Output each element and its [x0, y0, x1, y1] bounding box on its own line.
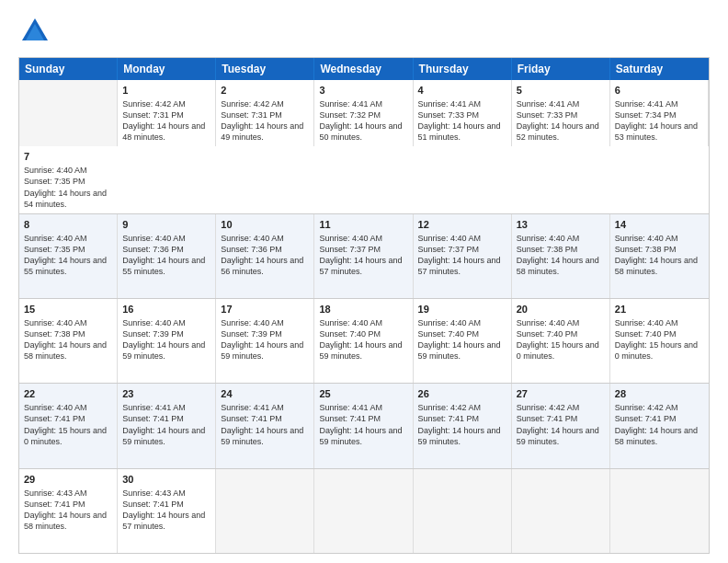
cell-info: Sunrise: 4:43 AMSunset: 7:41 PMDaylight:…: [122, 488, 210, 533]
day-number: 2: [221, 84, 309, 98]
day-cell-17: 17Sunrise: 4:40 AMSunset: 7:39 PMDayligh…: [216, 299, 314, 383]
day-cell-25: 25Sunrise: 4:41 AMSunset: 7:41 PMDayligh…: [314, 384, 413, 467]
day-cell-7: 7Sunrise: 4:40 AMSunset: 7:35 PMDaylight…: [19, 146, 118, 213]
cell-info: Sunrise: 4:40 AMSunset: 7:38 PMDaylight:…: [517, 233, 605, 278]
day-number: 19: [418, 303, 506, 316]
cell-info: Sunrise: 4:42 AMSunset: 7:41 PMDaylight:…: [615, 402, 704, 447]
cell-info: Sunrise: 4:40 AMSunset: 7:40 PMDaylight:…: [615, 317, 704, 362]
cell-info: Sunrise: 4:40 AMSunset: 7:37 PMDaylight:…: [319, 233, 407, 278]
day-number: 16: [122, 303, 210, 316]
day-cell-4: 4Sunrise: 4:41 AMSunset: 7:33 PMDaylight…: [414, 80, 512, 146]
day-cell-27: 27Sunrise: 4:42 AMSunset: 7:41 PMDayligh…: [512, 384, 610, 467]
day-number: 14: [615, 218, 704, 232]
day-cell-12: 12Sunrise: 4:40 AMSunset: 7:37 PMDayligh…: [414, 214, 512, 298]
header-day-saturday: Saturday: [610, 58, 709, 80]
day-cell-10: 10Sunrise: 4:40 AMSunset: 7:36 PMDayligh…: [216, 214, 314, 298]
day-cell-9: 9Sunrise: 4:40 AMSunset: 7:36 PMDaylight…: [118, 214, 216, 298]
day-cell-15: 15Sunrise: 4:40 AMSunset: 7:38 PMDayligh…: [19, 299, 118, 383]
cell-info: Sunrise: 4:43 AMSunset: 7:41 PMDaylight:…: [24, 488, 112, 533]
day-cell-29: 29Sunrise: 4:43 AMSunset: 7:41 PMDayligh…: [19, 469, 118, 553]
cell-info: Sunrise: 4:41 AMSunset: 7:41 PMDaylight:…: [319, 402, 407, 447]
day-number: 27: [517, 387, 605, 401]
day-number: 21: [615, 303, 704, 316]
calendar-row-1: 1Sunrise: 4:42 AMSunset: 7:31 PMDaylight…: [19, 80, 709, 213]
day-number: 3: [319, 84, 407, 98]
day-number: 18: [319, 303, 407, 316]
empty-cell-0-0: [19, 80, 118, 146]
header-day-tuesday: Tuesday: [216, 58, 314, 80]
calendar: SundayMondayTuesdayWednesdayThursdayFrid…: [18, 57, 710, 554]
day-number: 11: [319, 218, 407, 232]
day-cell-16: 16Sunrise: 4:40 AMSunset: 7:39 PMDayligh…: [118, 299, 216, 383]
empty-cell-4-2: [216, 469, 314, 553]
calendar-row-5: 29Sunrise: 4:43 AMSunset: 7:41 PMDayligh…: [19, 468, 709, 553]
day-number: 10: [221, 218, 309, 232]
empty-cell-4-4: [414, 469, 512, 553]
cell-info: Sunrise: 4:41 AMSunset: 7:34 PMDaylight:…: [615, 98, 703, 144]
header-day-friday: Friday: [512, 58, 610, 80]
empty-cell-4-3: [314, 469, 413, 553]
cell-info: Sunrise: 4:42 AMSunset: 7:41 PMDaylight:…: [418, 402, 506, 447]
day-number: 4: [418, 84, 506, 98]
cell-info: Sunrise: 4:40 AMSunset: 7:36 PMDaylight:…: [221, 233, 309, 278]
cell-info: Sunrise: 4:42 AMSunset: 7:41 PMDaylight:…: [517, 402, 605, 447]
cell-info: Sunrise: 4:41 AMSunset: 7:41 PMDaylight:…: [122, 402, 210, 447]
day-cell-30: 30Sunrise: 4:43 AMSunset: 7:41 PMDayligh…: [118, 469, 216, 553]
day-number: 8: [24, 218, 112, 232]
cell-info: Sunrise: 4:41 AMSunset: 7:41 PMDaylight:…: [221, 402, 309, 447]
cell-info: Sunrise: 4:41 AMSunset: 7:33 PMDaylight:…: [418, 98, 506, 144]
cell-info: Sunrise: 4:42 AMSunset: 7:31 PMDaylight:…: [221, 98, 309, 144]
day-cell-20: 20Sunrise: 4:40 AMSunset: 7:40 PMDayligh…: [512, 299, 610, 383]
day-number: 28: [615, 387, 704, 401]
header-day-thursday: Thursday: [414, 58, 512, 80]
day-cell-1: 1Sunrise: 4:42 AMSunset: 7:31 PMDaylight…: [118, 80, 216, 146]
empty-cell-4-6: [610, 469, 709, 553]
day-number: 5: [517, 84, 605, 98]
calendar-row-4: 22Sunrise: 4:40 AMSunset: 7:41 PMDayligh…: [19, 383, 709, 467]
day-cell-11: 11Sunrise: 4:40 AMSunset: 7:37 PMDayligh…: [314, 214, 413, 298]
day-number: 24: [221, 387, 309, 401]
calendar-row-2: 8Sunrise: 4:40 AMSunset: 7:35 PMDaylight…: [19, 213, 709, 298]
day-cell-8: 8Sunrise: 4:40 AMSunset: 7:35 PMDaylight…: [19, 214, 118, 298]
day-number: 7: [24, 150, 113, 164]
cell-info: Sunrise: 4:40 AMSunset: 7:38 PMDaylight:…: [615, 233, 704, 278]
day-number: 9: [122, 218, 210, 232]
cell-info: Sunrise: 4:40 AMSunset: 7:39 PMDaylight:…: [122, 317, 210, 362]
cell-info: Sunrise: 4:40 AMSunset: 7:39 PMDaylight:…: [221, 317, 309, 362]
day-cell-2: 2Sunrise: 4:42 AMSunset: 7:31 PMDaylight…: [216, 80, 314, 146]
cell-info: Sunrise: 4:40 AMSunset: 7:40 PMDaylight:…: [319, 317, 407, 362]
cell-info: Sunrise: 4:41 AMSunset: 7:32 PMDaylight:…: [319, 98, 407, 144]
day-number: 25: [319, 387, 407, 401]
day-number: 30: [122, 473, 210, 487]
cell-info: Sunrise: 4:41 AMSunset: 7:33 PMDaylight:…: [517, 98, 605, 144]
day-cell-3: 3Sunrise: 4:41 AMSunset: 7:32 PMDaylight…: [314, 80, 413, 146]
calendar-row-3: 15Sunrise: 4:40 AMSunset: 7:38 PMDayligh…: [19, 298, 709, 383]
day-cell-22: 22Sunrise: 4:40 AMSunset: 7:41 PMDayligh…: [19, 384, 118, 467]
header-day-monday: Monday: [118, 58, 216, 80]
day-cell-24: 24Sunrise: 4:41 AMSunset: 7:41 PMDayligh…: [216, 384, 314, 467]
day-cell-19: 19Sunrise: 4:40 AMSunset: 7:40 PMDayligh…: [414, 299, 512, 383]
header-day-sunday: Sunday: [19, 58, 118, 80]
day-number: 26: [418, 387, 506, 401]
cell-info: Sunrise: 4:40 AMSunset: 7:35 PMDaylight:…: [24, 233, 112, 278]
day-number: 12: [418, 218, 506, 232]
empty-cell-4-5: [512, 469, 610, 553]
calendar-header: SundayMondayTuesdayWednesdayThursdayFrid…: [19, 58, 709, 80]
cell-info: Sunrise: 4:40 AMSunset: 7:37 PMDaylight:…: [418, 233, 506, 278]
cell-info: Sunrise: 4:40 AMSunset: 7:36 PMDaylight:…: [122, 233, 210, 278]
day-cell-18: 18Sunrise: 4:40 AMSunset: 7:40 PMDayligh…: [314, 299, 413, 383]
calendar-body: 1Sunrise: 4:42 AMSunset: 7:31 PMDaylight…: [19, 80, 709, 553]
cell-info: Sunrise: 4:40 AMSunset: 7:38 PMDaylight:…: [24, 317, 112, 362]
day-number: 29: [24, 473, 112, 487]
day-cell-23: 23Sunrise: 4:41 AMSunset: 7:41 PMDayligh…: [118, 384, 216, 467]
day-cell-13: 13Sunrise: 4:40 AMSunset: 7:38 PMDayligh…: [512, 214, 610, 298]
day-number: 15: [24, 303, 112, 316]
day-number: 22: [24, 387, 112, 401]
day-cell-5: 5Sunrise: 4:41 AMSunset: 7:33 PMDaylight…: [512, 80, 610, 146]
logo: [18, 15, 57, 48]
day-cell-14: 14Sunrise: 4:40 AMSunset: 7:38 PMDayligh…: [610, 214, 709, 298]
cell-info: Sunrise: 4:40 AMSunset: 7:35 PMDaylight:…: [24, 165, 113, 210]
day-cell-26: 26Sunrise: 4:42 AMSunset: 7:41 PMDayligh…: [414, 384, 512, 467]
cell-info: Sunrise: 4:40 AMSunset: 7:40 PMDaylight:…: [418, 317, 506, 362]
day-number: 1: [122, 84, 210, 98]
